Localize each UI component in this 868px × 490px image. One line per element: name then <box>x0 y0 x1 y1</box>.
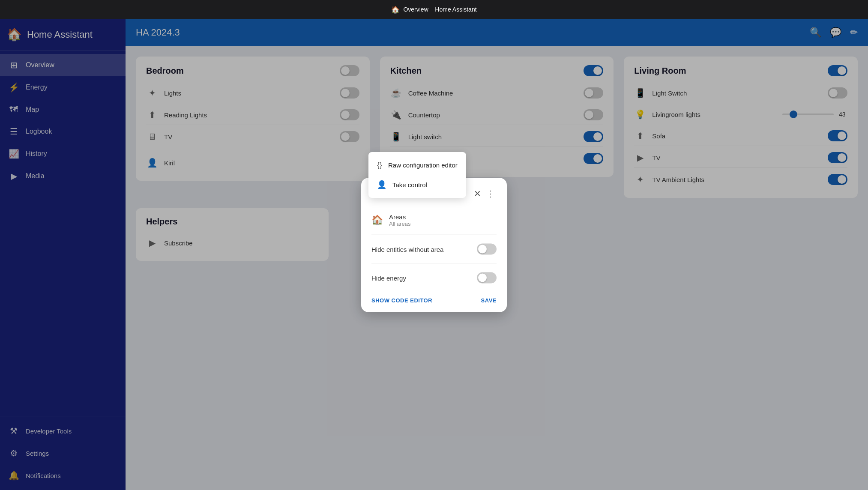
hide-energy-label: Hide energy <box>371 274 406 281</box>
areas-label: Areas <box>389 213 411 221</box>
topbar: 🏠 Overview – Home Assistant <box>0 0 868 19</box>
areas-icon: 🏠 <box>371 215 383 226</box>
dropdown-menu: {} Raw configuration editor 👤 Take contr… <box>368 152 466 198</box>
modal-divider-1 <box>371 235 497 235</box>
take-control-icon: 👤 <box>377 180 386 189</box>
topbar-text: Overview – Home Assistant <box>403 6 476 13</box>
hide-energy-toggle[interactable] <box>477 272 497 284</box>
areas-sublabel: All areas <box>389 221 411 227</box>
modal-more-button[interactable]: ⋮ <box>485 187 497 200</box>
take-control-label: Take control <box>392 181 427 188</box>
modal-content: 🏠 Areas All areas Hide entities without … <box>361 207 507 290</box>
modal-areas-section: 🏠 Areas All areas <box>371 207 497 233</box>
modal-divider-2 <box>371 263 497 264</box>
show-code-editor-button[interactable]: SHOW CODE EDITOR <box>371 297 432 304</box>
raw-config-editor-item[interactable]: {} Raw configuration editor <box>368 155 466 175</box>
take-control-item[interactable]: 👤 Take control <box>368 175 466 194</box>
hide-entities-row: Hide entities without area <box>371 237 497 262</box>
hide-entities-label: Hide entities without area <box>371 245 443 253</box>
areas-text: Areas All areas <box>389 213 411 227</box>
raw-config-icon: {} <box>377 161 382 170</box>
modal-footer: SHOW CODE EDITOR SAVE <box>361 290 507 312</box>
hide-energy-row: Hide energy <box>371 266 497 290</box>
edit-dashboard-modal: Edit dashboard ✕ ⋮ 🏠 Areas All areas Hid… <box>361 178 507 312</box>
modal-close-button[interactable]: ✕ <box>472 187 483 200</box>
topbar-title: 🏠 Overview – Home Assistant <box>391 6 476 14</box>
modal-header-actions: ✕ ⋮ <box>472 187 497 200</box>
hide-entities-toggle[interactable] <box>477 244 497 255</box>
topbar-ha-icon: 🏠 <box>391 6 400 14</box>
save-button[interactable]: SAVE <box>481 297 497 304</box>
raw-config-label: Raw configuration editor <box>388 161 458 169</box>
